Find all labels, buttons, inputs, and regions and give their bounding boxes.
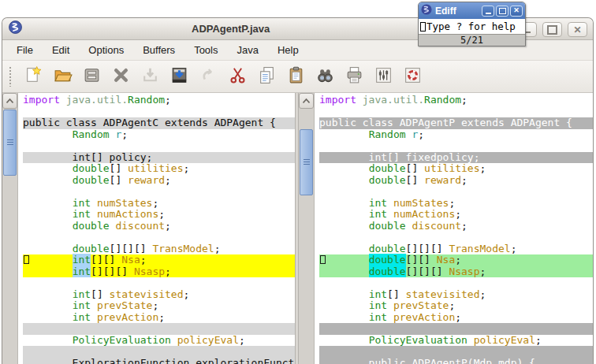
code-token — [319, 254, 369, 266]
code-line[interactable] — [319, 232, 593, 243]
code-line[interactable] — [319, 106, 593, 118]
code-line[interactable] — [23, 277, 295, 289]
maximize-button[interactable] — [542, 22, 562, 37]
code-line[interactable] — [319, 140, 593, 152]
code-line[interactable] — [23, 106, 295, 118]
ediff-title-bar[interactable]: Ediff — [419, 2, 525, 19]
code-line[interactable]: double[][] Nsa; — [319, 254, 593, 266]
code-line[interactable]: public class ADPAgentC extends ADPAgent … — [23, 117, 295, 129]
code-line[interactable] — [319, 323, 593, 335]
code-line[interactable]: PolicyEvaluation policyEval; — [23, 335, 295, 347]
toolbar-button-save-down-disabled[interactable] — [137, 64, 163, 89]
menu-item-buffers[interactable]: Buffers — [133, 41, 184, 59]
scrollbar-thumb-right[interactable] — [300, 129, 313, 195]
code-line[interactable]: int[][][] Nsasp; — [23, 266, 295, 278]
code-line[interactable]: double[] reward; — [23, 175, 295, 187]
search-icon — [315, 65, 335, 87]
ediff-maximize-button[interactable] — [496, 6, 508, 17]
ediff-close-button[interactable] — [510, 6, 523, 17]
code-token: ; — [461, 94, 467, 106]
code-line[interactable]: int[] policy; — [23, 152, 295, 164]
toolbar-button-undo-disabled[interactable] — [196, 64, 222, 89]
toolbar-button-cut[interactable] — [225, 64, 251, 89]
code-line[interactable]: int prevAction; — [23, 312, 295, 324]
buffer-b-code[interactable]: import java.util.Random;public class ADP… — [319, 93, 593, 364]
code-token: discount — [412, 220, 461, 232]
menu-item-edit[interactable]: Edit — [43, 41, 79, 59]
undo-disabled-icon — [199, 65, 218, 87]
menu-item-help[interactable]: Help — [268, 41, 308, 59]
code-line[interactable] — [23, 346, 295, 358]
code-line[interactable]: int prevState; — [23, 300, 295, 312]
scrollbar-left[interactable] — [2, 93, 18, 364]
code-line[interactable]: double[][][] TransModel; — [319, 243, 593, 255]
toolbar-button-save-as[interactable] — [166, 64, 192, 89]
ediff-minimize-button[interactable] — [482, 6, 494, 17]
scrollbar-right[interactable] — [299, 93, 315, 364]
toolbar-button-open-folder[interactable] — [50, 64, 76, 89]
code-line[interactable]: int numActions; — [319, 209, 593, 221]
code-line[interactable]: double[][][] Nsasp; — [319, 266, 593, 278]
code-line[interactable] — [23, 232, 295, 243]
code-token: double — [369, 174, 406, 186]
code-line[interactable] — [319, 277, 593, 289]
code-line[interactable]: double[][][] TransModel; — [23, 243, 295, 255]
close-button[interactable] — [568, 22, 587, 37]
code-line[interactable]: double[] utilities; — [23, 163, 295, 175]
code-line[interactable]: double[] utilities; — [319, 163, 593, 175]
toolbar-drag-handle[interactable] — [9, 66, 13, 87]
code-token: ; — [449, 197, 455, 209]
code-token: int — [73, 266, 91, 277]
menu-item-file[interactable]: File — [7, 41, 43, 59]
toolbar-button-print[interactable] — [341, 64, 367, 89]
code-line[interactable]: Random r; — [23, 129, 295, 141]
code-line[interactable]: double discount; — [319, 221, 593, 232]
menu-item-tools[interactable]: Tools — [184, 41, 227, 59]
save-icon — [82, 65, 102, 87]
scroll-up-button-right[interactable] — [299, 93, 314, 109]
code-line[interactable]: int[] statevisited; — [319, 289, 593, 301]
code-line[interactable]: int[] fixedpolicy; — [319, 152, 593, 164]
buffer-a-code[interactable]: import java.util.Random;public class ADP… — [23, 93, 295, 364]
scroll-up-button-left[interactable] — [2, 93, 17, 109]
code-line[interactable]: int prevState; — [319, 300, 593, 312]
menu-item-java[interactable]: Java — [227, 41, 267, 59]
menu-item-options[interactable]: Options — [79, 41, 133, 59]
code-line[interactable] — [23, 186, 295, 198]
code-line[interactable]: Random r; — [319, 129, 593, 141]
toolbar-button-paste[interactable] — [283, 64, 309, 89]
code-token: ; — [214, 243, 221, 254]
code-line[interactable] — [23, 323, 295, 335]
code-line[interactable]: int numActions; — [23, 209, 295, 221]
code-line[interactable] — [319, 186, 593, 198]
code-line[interactable]: PolicyEvaluation policyEval; — [319, 335, 593, 347]
code-line[interactable]: double discount; — [23, 221, 295, 232]
code-line[interactable]: int[][] Nsa; — [23, 254, 295, 266]
toolbar-button-new-file[interactable] — [20, 64, 47, 89]
code-line[interactable]: int numStates; — [23, 198, 295, 210]
scrollbar-thumb-left[interactable] — [3, 110, 17, 176]
toolbar-button-help[interactable] — [400, 64, 426, 89]
code-token: double — [369, 266, 406, 277]
code-line[interactable]: ExplorationFunction explorationFunction; — [23, 358, 295, 364]
code-line[interactable]: public ADPAgentP(Mdp mdp) { — [319, 358, 593, 364]
scrollbar-grip-icon — [7, 139, 13, 146]
toolbar-button-search[interactable] — [312, 64, 338, 89]
toolbar-button-save[interactable] — [79, 64, 105, 89]
code-line[interactable] — [23, 140, 295, 152]
save-as-icon — [169, 65, 189, 87]
code-line[interactable] — [319, 346, 593, 358]
toolbar-button-copy[interactable] — [254, 64, 280, 89]
toolbar-button-preferences[interactable] — [371, 64, 397, 89]
code-line[interactable]: int prevAction; — [319, 312, 593, 324]
code-token — [91, 208, 97, 220]
ediff-message-area[interactable]: Type ? for help — [419, 19, 525, 34]
code-token — [23, 243, 73, 254]
toolbar-button-close-buffer[interactable] — [108, 64, 134, 89]
code-line[interactable]: int numStates; — [319, 198, 593, 210]
code-line[interactable]: int[] statevisited; — [23, 289, 295, 301]
code-line[interactable]: import java.util.Random; — [23, 95, 295, 106]
code-line[interactable]: double[] reward; — [319, 175, 593, 187]
code-line[interactable]: public class ADPAgentP extends ADPAgent … — [319, 117, 593, 129]
code-line[interactable]: import java.util.Random; — [319, 95, 593, 106]
